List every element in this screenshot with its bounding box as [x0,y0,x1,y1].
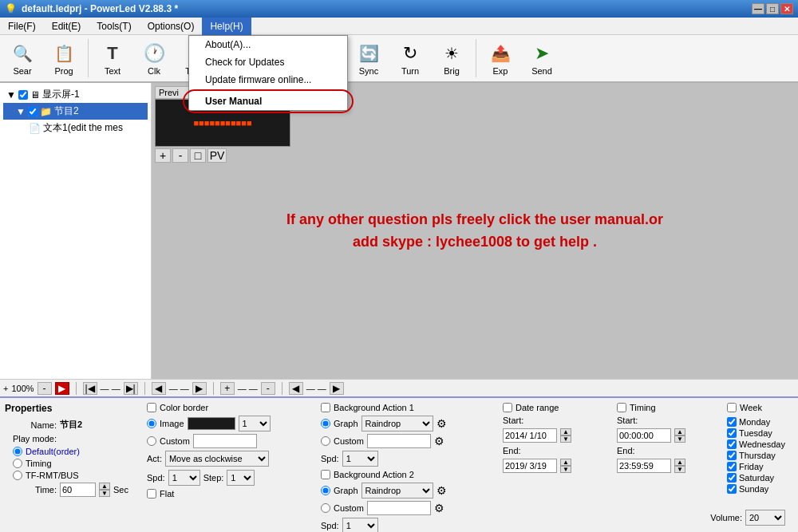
menu-options[interactable]: Options(O) [140,18,203,35]
playmode-timing-radio[interactable] [13,459,22,468]
volume-row: Volume: 20 [710,510,785,526]
menu-edit[interactable]: Edit(E) [44,18,89,35]
sidebar-item-display1[interactable]: ▼ 🖥 显示屏-1 [3,86,148,103]
preview-zoom-btn[interactable]: - [172,148,188,163]
bg1-spd-select[interactable]: 1 [342,451,378,467]
clk-button[interactable]: 🕐 Clk [135,37,173,79]
menu-help[interactable]: Help(H) [202,18,251,35]
send-button[interactable]: ➤ Send [523,37,561,79]
timing-end-input[interactable] [617,459,671,473]
bg1-custom-radio[interactable] [321,436,330,446]
bg1-graph-select[interactable]: Raindrop [361,416,433,432]
timing-section: Timing Start: ▲ ▼ End: ▲ ▼ [617,403,705,527]
zoom-play-btn[interactable]: ▶ [55,382,69,395]
close-button[interactable]: ✕ [780,3,793,14]
dropdown-update-firmware[interactable]: Update firmware online... [189,71,347,89]
time-up-btn[interactable]: ▲ [99,483,110,490]
preview-fit-btn[interactable]: □ [190,148,206,163]
dropdown-user-manual[interactable]: User Manual [189,93,347,110]
bg-action1-checkbox[interactable] [321,403,330,412]
playmode-default-radio[interactable] [13,447,22,456]
timing-end-down[interactable]: ▼ [674,466,685,473]
volume-select[interactable]: 20 [745,510,785,526]
date-start-input[interactable] [503,428,557,443]
bg1-spd-row: Spd: 1 [321,451,480,467]
bg-action2-checkbox[interactable] [321,470,330,479]
date-start-down[interactable]: ▼ [560,435,571,443]
friday-checkbox[interactable] [727,462,737,471]
bg1-graph-radio[interactable] [321,419,330,428]
sidebar-item-node2[interactable]: ▼ 📁 节目2 [3,103,148,120]
time-input[interactable] [60,483,96,497]
zoom-add-btn[interactable]: + [3,384,8,393]
display1-checkbox[interactable] [18,90,28,100]
bg1-settings-icon[interactable]: ⚙ [437,417,447,430]
menu-tools[interactable]: Tools(T) [89,18,139,35]
turn-button[interactable]: ↻ Turn [391,37,429,79]
zoom-out[interactable]: - [261,382,275,395]
menu-file[interactable]: File(F) [0,18,44,35]
zoom-in[interactable]: + [220,382,235,395]
tuesday-checkbox[interactable] [727,428,737,438]
sidebar-item-text1[interactable]: 📄 文本1(edit the mes [3,120,148,136]
timing-checkbox[interactable] [617,403,626,412]
color-swatch[interactable] [188,417,235,430]
node2-checkbox[interactable] [28,107,38,116]
bg2-spd-select[interactable]: 1 [342,518,378,532]
dropdown-check-updates[interactable]: Check for Updates [189,53,347,71]
act-select[interactable]: Move as clockwise [165,451,269,467]
color-border-checkbox[interactable] [147,403,156,412]
bg2-settings-icon[interactable]: ⚙ [437,484,447,497]
preview-add-btn[interactable]: + [155,148,171,163]
thursday-checkbox[interactable] [727,451,737,460]
bg2-custom-input[interactable] [367,501,431,515]
date-end-up[interactable]: ▲ [560,459,571,466]
sunday-checkbox[interactable] [727,484,737,494]
bg2-graph-radio[interactable] [321,486,330,495]
time-down-btn[interactable]: ▼ [99,490,110,497]
flat-checkbox[interactable] [147,489,156,499]
sync-button[interactable]: 🔄 Sync [350,37,388,79]
saturday-checkbox[interactable] [727,473,737,483]
bg2-custom-icon[interactable]: ⚙ [434,502,444,514]
minimize-button[interactable]: — [752,3,764,14]
bg2-custom-radio[interactable] [321,503,330,513]
preview-pv-btn[interactable]: PV [207,148,227,163]
image-select[interactable]: 1 [239,416,271,432]
wednesday-checkbox[interactable] [727,439,737,449]
timing-start-input[interactable] [617,428,671,443]
zoom-next[interactable]: ▶ [192,382,207,395]
custom-input[interactable] [193,434,257,448]
timing-start-down[interactable]: ▼ [674,435,685,443]
timing-start-up[interactable]: ▲ [674,428,685,435]
date-range-checkbox[interactable] [503,403,512,412]
zoom-prev[interactable]: ◀ [152,382,166,395]
zoom-ctrl1[interactable]: ◀ [289,382,303,395]
image-radio[interactable] [147,419,156,428]
timing-end-up[interactable]: ▲ [674,459,685,466]
monday-checkbox[interactable] [727,417,737,427]
brig-button[interactable]: ☀ Brig [433,37,471,79]
zoom-minus-btn[interactable]: - [38,382,52,395]
zoom-skip-fwd[interactable]: ▶| [124,382,138,395]
zoom-skip-back[interactable]: |◀ [83,382,97,395]
search-button[interactable]: 🔍 Sear [3,37,41,79]
zoom-ctrl2[interactable]: ▶ [330,382,344,395]
week-checkbox[interactable] [727,403,737,412]
bg2-graph-select[interactable]: Raindrop [361,483,433,499]
bg1-custom-input[interactable] [367,434,431,448]
date-start-up[interactable]: ▲ [560,428,571,435]
date-end-input[interactable] [503,459,557,473]
custom-radio[interactable] [147,436,156,446]
bg1-custom-icon[interactable]: ⚙ [434,435,444,447]
prog-button[interactable]: 📋 Prog [45,37,83,79]
time-row: Time: ▲ ▼ Sec [5,483,124,497]
text-button[interactable]: T Text [93,37,132,79]
maximize-button[interactable]: □ [766,3,779,14]
date-end-down[interactable]: ▼ [560,466,571,473]
dropdown-about[interactable]: About(A)... [189,36,347,53]
step-select[interactable]: 1 [227,470,255,486]
playmode-tfbus-radio[interactable] [13,471,22,480]
spd-select[interactable]: 1 [168,470,200,486]
exp-button[interactable]: 📤 Exp [481,37,519,79]
